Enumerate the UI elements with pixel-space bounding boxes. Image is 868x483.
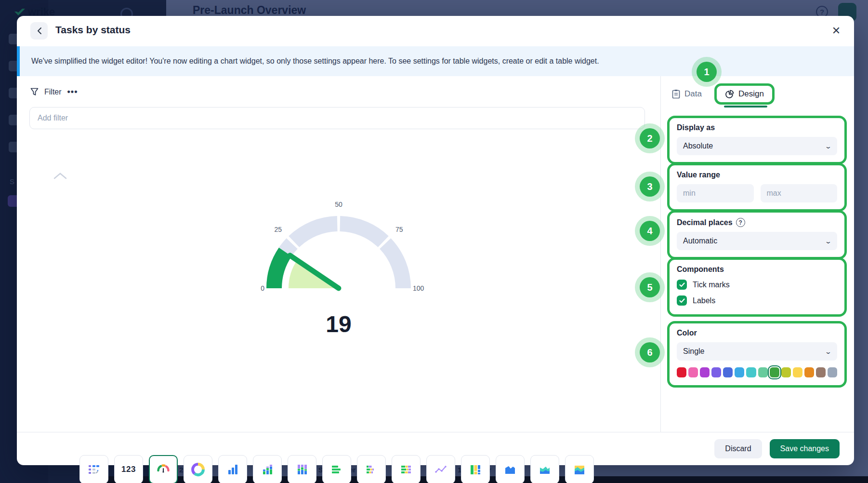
color-swatch-12[interactable] (816, 367, 826, 377)
clipboard-icon (672, 89, 680, 99)
annotation-circle-1: 1 (697, 62, 717, 82)
help-question-icon[interactable]: ? (736, 218, 745, 227)
chevron-left-icon (37, 27, 42, 35)
active-tab-indicator (724, 106, 767, 107)
collapse-caret-icon[interactable] (53, 173, 67, 179)
annotation-circle-2: 2 (640, 128, 660, 148)
tick-marks-checkbox-row[interactable]: Tick marks (677, 280, 837, 290)
panel-tabs: Data Design (672, 83, 775, 105)
max-input[interactable] (761, 184, 838, 202)
color-swatch-11[interactable] (804, 367, 814, 377)
color-swatches (677, 367, 837, 377)
color-swatch-7[interactable] (758, 367, 768, 377)
color-swatch-2[interactable] (700, 367, 710, 377)
annotation-circle-4: 4 (640, 221, 660, 241)
discard-button[interactable]: Discard (714, 439, 762, 458)
checkbox-checked-icon[interactable] (677, 295, 687, 306)
decimal-places-value: Automatic (683, 237, 717, 245)
color-swatch-6[interactable] (746, 367, 756, 377)
tab-data-label: Data (684, 89, 702, 99)
filter-label: Filter (44, 88, 62, 96)
pie-chart-icon (725, 90, 734, 99)
display-as-value: Absolute (683, 142, 713, 150)
info-banner-text: We've simplified the widget editor! You'… (31, 57, 599, 66)
tab-design-label: Design (738, 89, 764, 99)
gauge-tick-50: 50 (335, 201, 342, 208)
display-as-label: Display as (677, 123, 837, 132)
filter-row: Filter ••• (30, 87, 78, 97)
back-button[interactable] (30, 22, 48, 40)
modal-title: Tasks by status (55, 24, 131, 36)
color-mode-value: Single (683, 347, 704, 356)
chevron-down-icon: ⌄ (825, 348, 832, 355)
components-label: Components (677, 265, 837, 274)
color-swatch-3[interactable] (711, 367, 721, 377)
gauge-tick-100: 100 (413, 284, 424, 292)
add-filter-input[interactable] (29, 107, 645, 129)
annotation-circle-5: 5 (640, 277, 660, 297)
color-swatch-13[interactable] (828, 367, 837, 377)
number-widget-icon: 123 (121, 465, 136, 474)
checkbox-checked-icon[interactable] (677, 280, 687, 290)
display-as-section: Display as Absolute ⌄ (667, 116, 847, 164)
chart-canvas: Filter ••• 0 25 50 75 (17, 76, 660, 432)
filter-more-icon[interactable]: ••• (67, 87, 78, 97)
decimal-places-label: Decimal places ? (677, 218, 837, 227)
chevron-down-icon: ⌄ (825, 143, 832, 150)
color-mode-select[interactable]: Single ⌄ (677, 342, 837, 361)
color-swatch-10[interactable] (793, 367, 802, 377)
labels-label: Labels (693, 296, 715, 305)
labels-checkbox-row[interactable]: Labels (677, 295, 837, 306)
gauge-tick-75: 75 (395, 226, 403, 233)
value-range-section: Value range (667, 163, 847, 212)
decimal-places-text: Decimal places (677, 218, 733, 227)
tab-data[interactable]: Data (672, 89, 702, 99)
gauge-tick-25: 25 (274, 226, 282, 233)
modal-footer: Discard Save changes (17, 432, 854, 465)
modal-header: Tasks by status ✕ (17, 16, 854, 46)
color-swatch-1[interactable] (688, 367, 698, 377)
min-input[interactable] (677, 184, 754, 202)
color-section: Color Single ⌄ (667, 321, 847, 388)
color-label: Color (677, 329, 837, 337)
panel-divider (660, 76, 661, 432)
tab-design[interactable]: Design (714, 83, 775, 105)
annotation-circle-6: 6 (640, 342, 660, 362)
widget-editor-modal: Tasks by status ✕ We've simplified the w… (17, 16, 854, 465)
decimal-places-section: Decimal places ? Automatic ⌄ (667, 210, 847, 259)
color-swatch-9[interactable] (781, 367, 791, 377)
components-section: Components Tick marks Labels (667, 257, 847, 317)
gauge-chart: 0 25 50 75 100 19 (237, 185, 440, 337)
color-swatch-0[interactable] (677, 367, 686, 377)
decimal-places-select[interactable]: Automatic ⌄ (677, 232, 837, 250)
color-swatch-4[interactable] (723, 367, 733, 377)
close-icon[interactable]: ✕ (828, 23, 844, 39)
chevron-down-icon: ⌄ (825, 238, 832, 245)
value-range-label: Value range (677, 171, 837, 179)
display-as-select[interactable]: Absolute ⌄ (677, 137, 837, 155)
save-changes-button[interactable]: Save changes (770, 439, 840, 458)
info-banner: We've simplified the widget editor! You'… (17, 46, 854, 76)
gauge-tick-0: 0 (261, 284, 264, 292)
gauge-value: 19 (237, 311, 440, 337)
gauge-arc: 0 25 50 75 100 (237, 185, 440, 305)
color-swatch-8[interactable] (770, 367, 779, 377)
filter-funnel-icon (30, 88, 39, 96)
color-swatch-5[interactable] (735, 367, 744, 377)
annotation-circle-3: 3 (640, 176, 660, 197)
tick-marks-label: Tick marks (693, 281, 730, 289)
